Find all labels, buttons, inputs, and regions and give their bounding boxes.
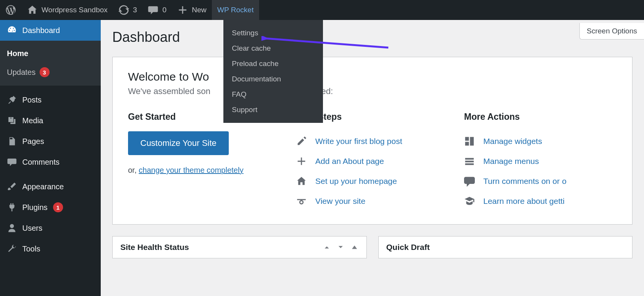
sidebar-item-tools[interactable]: Tools bbox=[0, 238, 101, 259]
postbox-handle-actions bbox=[323, 243, 359, 251]
sidebar-item-appearance[interactable]: Appearance bbox=[0, 176, 101, 197]
welcome-sub: We've assembled son ted: bbox=[128, 86, 617, 96]
edit-icon bbox=[296, 136, 307, 147]
dashboard-submenu: Home Updates 3 bbox=[0, 41, 101, 86]
admin-sidebar: Dashboard Home Updates 3 Posts Media Pag… bbox=[0, 20, 101, 296]
adminbar: Wordpress Sandbox 3 0 New WP Rocket bbox=[0, 0, 644, 20]
sidebar-label: Plugins bbox=[22, 203, 48, 212]
link-learn-more[interactable]: Learn more about getti bbox=[483, 197, 564, 206]
plug-icon bbox=[7, 202, 17, 212]
adminbar-updates[interactable]: 3 bbox=[113, 0, 143, 20]
wp-logo[interactable] bbox=[0, 0, 22, 20]
sidebar-item-posts[interactable]: Posts bbox=[0, 89, 101, 110]
postbox-title: Site Health Status bbox=[120, 243, 189, 252]
sidebar-item-media[interactable]: Media bbox=[0, 110, 101, 131]
comment-icon bbox=[7, 157, 17, 167]
widgets-icon bbox=[464, 136, 475, 147]
submenu-updates[interactable]: Updates 3 bbox=[0, 63, 101, 82]
dropdown-support[interactable]: Support bbox=[223, 102, 323, 117]
updates-count: 3 bbox=[133, 6, 137, 14]
comments-count: 0 bbox=[162, 6, 166, 14]
postbox-quick-draft: Quick Draft bbox=[378, 236, 633, 258]
updates-badge: 3 bbox=[40, 67, 50, 77]
list-item: Turn comments on or o bbox=[464, 171, 617, 191]
list-item: Set up your homepage bbox=[296, 171, 449, 191]
postbox-title: Quick Draft bbox=[386, 243, 430, 252]
plus-icon bbox=[177, 5, 188, 15]
chevron-down-icon[interactable] bbox=[336, 243, 345, 251]
submenu-updates-label: Updates bbox=[7, 68, 36, 77]
sidebar-item-dashboard[interactable]: Dashboard bbox=[0, 20, 101, 41]
col-get-started: Get Started Customize Your Site or, chan… bbox=[128, 112, 281, 211]
comment-off-icon bbox=[464, 176, 475, 187]
link-setup-homepage[interactable]: Set up your homepage bbox=[315, 177, 397, 186]
dropdown-clear-cache[interactable]: Clear cache bbox=[223, 41, 323, 56]
sidebar-label: Appearance bbox=[22, 182, 64, 191]
home-icon bbox=[296, 176, 307, 187]
adminbar-wprocket[interactable]: WP Rocket bbox=[212, 0, 259, 20]
learn-icon bbox=[464, 196, 475, 207]
dashboard-icon bbox=[7, 25, 17, 35]
submenu-home[interactable]: Home bbox=[0, 45, 101, 63]
or-change-theme: or, change your theme completely bbox=[128, 166, 281, 175]
link-write-post[interactable]: Write your first blog post bbox=[315, 137, 402, 146]
link-manage-widgets[interactable]: Manage widgets bbox=[483, 137, 542, 146]
customize-site-button[interactable]: Customize Your Site bbox=[128, 131, 229, 155]
more-actions-title: More Actions bbox=[464, 112, 617, 122]
user-icon bbox=[7, 223, 17, 233]
site-name: Wordpress Sandbox bbox=[42, 6, 108, 14]
wordpress-icon bbox=[5, 5, 16, 15]
adminbar-new[interactable]: New bbox=[172, 0, 212, 20]
link-view-site[interactable]: View your site bbox=[315, 197, 365, 206]
postbox-site-health: Site Health Status bbox=[112, 236, 367, 258]
welcome-heading: Welcome to Wo bbox=[128, 70, 617, 83]
link-manage-menus[interactable]: Manage menus bbox=[483, 157, 539, 166]
refresh-icon bbox=[118, 5, 129, 15]
adminbar-site[interactable]: Wordpress Sandbox bbox=[22, 0, 113, 20]
brush-icon bbox=[7, 182, 17, 192]
change-theme-link[interactable]: change your theme completely bbox=[139, 166, 243, 174]
sidebar-item-plugins[interactable]: Plugins 1 bbox=[0, 197, 101, 218]
new-label: New bbox=[192, 6, 206, 14]
adminbar-comments[interactable]: 0 bbox=[142, 0, 172, 20]
sidebar-item-comments[interactable]: Comments bbox=[0, 152, 101, 172]
eye-icon bbox=[296, 196, 307, 207]
plugins-badge: 1 bbox=[53, 202, 63, 212]
list-item: Learn more about getti bbox=[464, 191, 617, 211]
caret-up-icon[interactable] bbox=[350, 243, 359, 251]
sidebar-label: Users bbox=[22, 224, 42, 233]
sidebar-label: Tools bbox=[22, 245, 40, 253]
pin-icon bbox=[7, 95, 17, 105]
menus-icon bbox=[464, 156, 475, 167]
chevron-up-icon[interactable] bbox=[323, 243, 331, 251]
sidebar-label: Posts bbox=[22, 96, 42, 104]
main-content: Screen Options Dashboard Welcome to Wo W… bbox=[101, 20, 644, 296]
page-title: Dashboard bbox=[112, 20, 632, 57]
wprocket-label: WP Rocket bbox=[217, 6, 254, 14]
sidebar-item-users[interactable]: Users bbox=[0, 218, 101, 238]
media-icon bbox=[7, 116, 17, 126]
screen-options-button[interactable]: Screen Options bbox=[579, 23, 644, 40]
sidebar-item-pages[interactable]: Pages bbox=[0, 131, 101, 152]
page-icon bbox=[7, 136, 17, 146]
col-next-steps: Next Steps Write your first blog post Ad… bbox=[296, 112, 449, 211]
dropdown-faq[interactable]: FAQ bbox=[223, 87, 323, 102]
list-item: View your site bbox=[296, 191, 449, 211]
wprocket-dropdown: Settings Clear cache Preload cache Docum… bbox=[223, 20, 323, 123]
comment-icon bbox=[148, 5, 158, 15]
link-add-about[interactable]: Add an About page bbox=[315, 157, 384, 166]
postbox-header: Quick Draft bbox=[379, 236, 632, 258]
welcome-panel: Welcome to Wo We've assembled son ted: G… bbox=[112, 57, 632, 225]
list-item: Add an About page bbox=[296, 151, 449, 171]
dropdown-settings[interactable]: Settings bbox=[223, 25, 323, 41]
list-item: Manage widgets bbox=[464, 131, 617, 151]
sidebar-label: Media bbox=[22, 116, 43, 125]
home-icon bbox=[27, 5, 38, 15]
dropdown-documentation[interactable]: Documentation bbox=[223, 71, 323, 87]
plus-icon bbox=[296, 156, 307, 167]
dropdown-preload-cache[interactable]: Preload cache bbox=[223, 56, 323, 71]
link-toggle-comments[interactable]: Turn comments on or o bbox=[483, 177, 566, 186]
col-more-actions: More Actions Manage widgets Manage menus bbox=[464, 112, 617, 211]
wrench-icon bbox=[7, 244, 17, 254]
list-item: Manage menus bbox=[464, 151, 617, 171]
